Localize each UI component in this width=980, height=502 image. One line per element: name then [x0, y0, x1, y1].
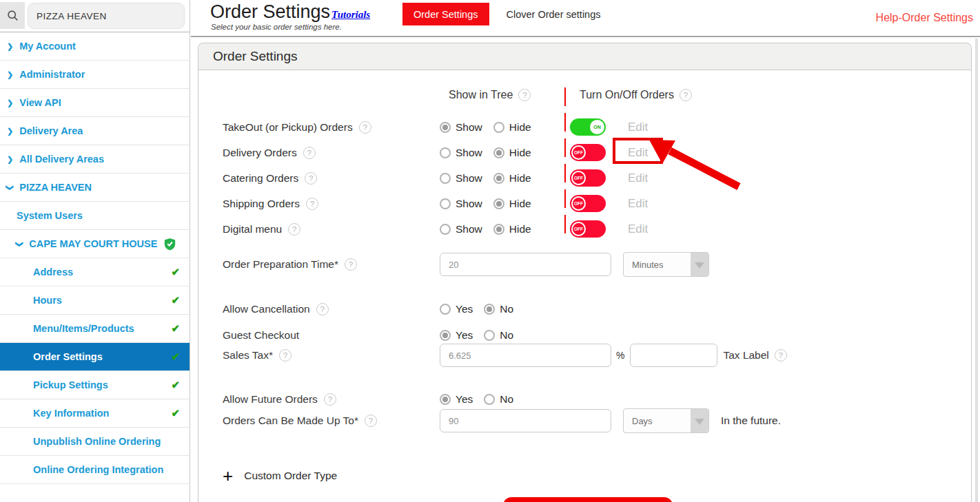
hide-radio[interactable]: [493, 173, 504, 184]
sidebar-item-label: Menu/Items/Products: [33, 323, 134, 334]
hide-radio[interactable]: [493, 122, 504, 133]
sidebar-item-delivery-area[interactable]: ❯Delivery Area: [0, 117, 190, 145]
help-icon[interactable]: ?: [305, 172, 317, 185]
chevron-down-icon[interactable]: [691, 253, 708, 276]
edit-link[interactable]: Edit: [628, 121, 648, 134]
chevron-right-icon: ❯: [7, 155, 13, 164]
radio-label: Hide: [509, 147, 531, 159]
header-tabs: Order Settings Clover Order settings: [402, 3, 612, 25]
help-icon[interactable]: ?: [345, 258, 357, 271]
sidebar-item-cape-may-court-house[interactable]: ❯CAPE MAY COURT HOUSE: [0, 230, 190, 258]
field-label: Orders Can Be Made Up To*: [223, 415, 358, 427]
radio-label: Show: [456, 147, 482, 159]
plus-icon[interactable]: +: [223, 467, 233, 485]
sidebar-item-hours[interactable]: Hours✔: [0, 286, 190, 315]
sidebar-item-unpublish-online-ordering[interactable]: Unpublish Online Ordering: [0, 428, 190, 456]
power-toggle[interactable]: OFF: [570, 220, 606, 238]
orders-up-to-unit-select[interactable]: Days: [623, 408, 709, 433]
order-settings-page: ❯My Account❯Administrator❯View API❯Deliv…: [0, 0, 980, 502]
toggle-knob: OFF: [571, 196, 586, 211]
power-toggle[interactable]: OFF: [570, 144, 606, 161]
sidebar-item-pizza-heaven[interactable]: ❯PIZZA HEAVEN: [0, 174, 190, 202]
no-radio[interactable]: [484, 304, 495, 315]
help-icon[interactable]: ?: [303, 147, 316, 159]
help-icon[interactable]: ?: [324, 393, 336, 406]
yes-radio[interactable]: [440, 394, 451, 405]
sidebar-item-label: My Account: [19, 41, 76, 52]
power-toggle[interactable]: OFF: [570, 169, 606, 187]
help-icon[interactable]: ?: [359, 121, 371, 134]
panel-title: Order Settings: [198, 43, 971, 70]
orders-up-to-input[interactable]: [440, 409, 611, 432]
no-radio[interactable]: [484, 330, 495, 341]
hide-radio[interactable]: [493, 147, 504, 158]
order-type-row: Shipping Orders?ShowHideOFFEdit: [223, 191, 960, 216]
radio-label: Yes: [456, 329, 473, 342]
help-icon[interactable]: ?: [365, 415, 377, 427]
sidebar-item-all-delivery-areas[interactable]: ❯All Delivery Areas: [0, 145, 190, 174]
help-icon[interactable]: ?: [306, 198, 318, 210]
sidebar-item-my-account[interactable]: ❯My Account: [0, 32, 190, 61]
sidebar-item-menu-items-products[interactable]: Menu/Items/Products✔: [0, 315, 190, 343]
orders-up-to-label: Orders Can Be Made Up To* ?: [223, 415, 440, 427]
help-icon[interactable]: ?: [680, 89, 692, 101]
sidebar-item-administrator[interactable]: ❯Administrator: [0, 61, 190, 89]
check-icon: ✔: [171, 407, 180, 419]
help-icon[interactable]: ?: [316, 303, 329, 315]
help-icon[interactable]: ?: [518, 89, 531, 101]
edit-link[interactable]: Edit: [628, 171, 648, 185]
check-icon: ✔: [171, 266, 180, 278]
power-toggle[interactable]: ON: [570, 118, 606, 136]
sidebar-item-label: Hours: [33, 295, 62, 306]
power-toggle[interactable]: OFF: [570, 195, 606, 212]
show-radio[interactable]: [440, 224, 451, 235]
sidebar-item-address[interactable]: Address✔: [0, 258, 190, 286]
help-icon[interactable]: ?: [775, 349, 787, 362]
custom-order-type-row[interactable]: + Custom Order Type: [223, 463, 337, 488]
sidebar-item-system-users[interactable]: System Users: [0, 202, 190, 230]
tab-clover-order-settings[interactable]: Clover Order settings: [496, 3, 612, 25]
field-label: Tax Label: [723, 349, 768, 362]
hide-radio[interactable]: [493, 198, 504, 209]
yes-radio[interactable]: [440, 330, 451, 341]
no-radio[interactable]: [484, 394, 495, 405]
radio-label: Yes: [456, 303, 473, 315]
sidebar-item-label: Online Ordering Integration: [33, 464, 163, 475]
select-value: Minutes: [624, 260, 691, 270]
edit-link[interactable]: Edit: [628, 146, 648, 160]
help-icon[interactable]: ?: [288, 223, 300, 236]
save-button-clipped[interactable]: [503, 497, 673, 502]
sidebar-item-view-api[interactable]: ❯View API: [0, 89, 190, 117]
field-label: Sales Tax*: [223, 349, 273, 362]
sales-tax-input[interactable]: [440, 344, 611, 367]
sidebar-item-pickup-settings[interactable]: Pickup Settings✔: [0, 371, 190, 399]
search-input[interactable]: [28, 3, 185, 29]
top-header: Order Settings Tutorials Select your bas…: [191, 0, 980, 37]
tax-label-input[interactable]: [630, 344, 717, 367]
shield-check-icon: [164, 238, 176, 251]
show-radio[interactable]: [440, 198, 451, 209]
help-icon[interactable]: ?: [279, 349, 292, 362]
help-order-settings-link[interactable]: Help-Order Settings: [876, 12, 973, 24]
edit-link[interactable]: Edit: [628, 197, 648, 211]
show-radio[interactable]: [440, 173, 451, 184]
tab-order-settings[interactable]: Order Settings: [402, 3, 489, 25]
sidebar-item-order-settings[interactable]: Order Settings✔: [0, 343, 190, 371]
edit-link[interactable]: Edit: [628, 222, 648, 236]
check-icon: ✔: [171, 351, 180, 363]
search-icon[interactable]: [0, 2, 25, 29]
sidebar-item-key-information[interactable]: Key Information✔: [0, 399, 190, 428]
chevron-down-icon[interactable]: [691, 409, 708, 432]
scrollbar[interactable]: [975, 39, 978, 502]
prep-time-input[interactable]: [440, 253, 611, 276]
yes-radio[interactable]: [440, 304, 451, 315]
show-radio[interactable]: [440, 122, 451, 133]
hide-radio[interactable]: [493, 224, 504, 235]
show-radio[interactable]: [440, 147, 451, 158]
tutorials-link[interactable]: Tutorials: [331, 9, 370, 21]
chevron-right-icon: ❯: [7, 127, 13, 136]
prep-time-unit-select[interactable]: Minutes: [623, 252, 709, 277]
sidebar: ❯My Account❯Administrator❯View API❯Deliv…: [0, 0, 190, 502]
radio-label: Show: [456, 223, 482, 236]
sidebar-item-online-ordering-integration[interactable]: Online Ordering Integration: [0, 456, 190, 484]
